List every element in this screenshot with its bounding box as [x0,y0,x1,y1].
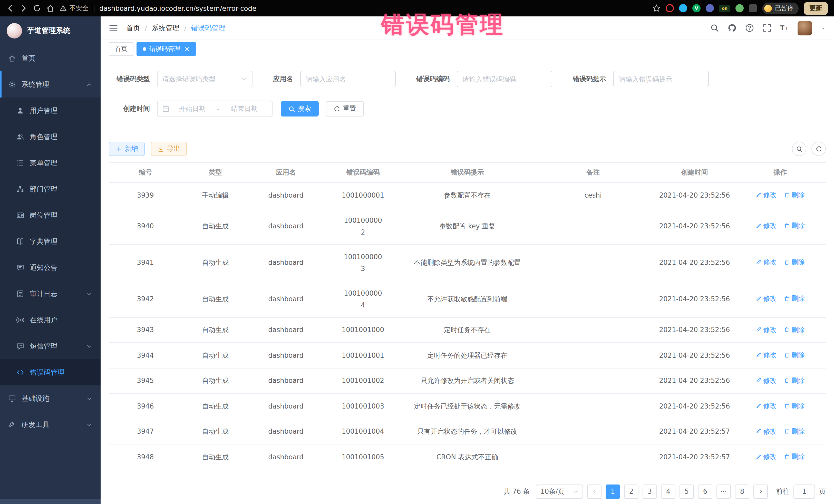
prev-page-button[interactable] [587,484,601,499]
fullscreen-icon[interactable] [763,24,771,32]
pagination-total: 共 76 条 [503,487,530,496]
help-icon[interactable] [745,24,754,32]
sidebar-item-post-mgmt[interactable]: 岗位管理 [0,202,101,228]
browser-home-icon[interactable] [46,4,54,12]
edit-link[interactable]: 修改 [756,374,777,386]
sidebar-item-dict-mgmt[interactable]: 字典管理 [0,228,101,255]
edit-link[interactable]: 修改 [756,256,777,268]
sidebar-item-dept-mgmt[interactable]: 部门管理 [0,176,101,202]
page-ellipsis[interactable]: ··· [717,484,731,499]
sidebar-item-user-mgmt[interactable]: 用户管理 [0,97,101,124]
cell-id: 3942 [109,281,182,317]
sidebar-item-infra[interactable]: 基础设施 [0,386,101,412]
address-bar[interactable]: dashboard.yudao.iocoder.cn/system/error-… [99,4,256,12]
github-icon[interactable] [728,24,737,32]
sidebar-item-online-user[interactable]: 在线用户 [0,307,101,333]
page-button-2[interactable]: 2 [624,484,638,499]
edit-link[interactable]: 修改 [756,425,777,437]
delete-link[interactable]: 删除 [784,189,805,201]
page-button-3[interactable]: 3 [642,484,657,499]
search-button[interactable]: 搜索 [281,101,319,116]
goto-page-input[interactable] [793,484,815,499]
create-time-range-picker[interactable]: 开始日期 - 结束日期 [157,101,272,117]
extension-icon[interactable] [706,4,714,12]
edit-link[interactable]: 修改 [756,451,777,462]
security-indicator[interactable]: 不安全 [60,4,89,13]
edit-link[interactable]: 修改 [756,293,777,305]
paused-badge[interactable]: 已暂停 [762,2,798,14]
caret-down-icon[interactable] [821,25,826,30]
breadcrumb-item-home[interactable]: 首页 [126,23,140,32]
sidebar-item-home[interactable]: 首页 [0,45,101,71]
delete-link[interactable]: 删除 [784,374,805,386]
hamburger-icon[interactable] [109,24,118,32]
sidebar-item-menu-mgmt[interactable]: 菜单管理 [0,150,101,176]
page-button-4[interactable]: 4 [661,484,675,499]
next-page-button[interactable] [753,484,768,499]
sidebar-item-notice[interactable]: 通知公告 [0,255,101,281]
sidebar-item-sms-mgmt[interactable]: 短信管理 [0,333,101,359]
delete-link[interactable]: 删除 [784,400,805,412]
page-button-8[interactable]: 8 [735,484,749,499]
edit-link[interactable]: 修改 [756,189,777,201]
extensions-puzzle-icon[interactable] [749,4,757,12]
column-header: 创建时间 [654,162,735,182]
extension-icon[interactable] [679,4,687,12]
delete-link[interactable]: 删除 [784,349,805,361]
close-icon[interactable]: × [184,45,190,52]
page-button-5[interactable]: 5 [680,484,694,499]
delete-link[interactable]: 删除 [784,425,805,437]
chevron-left-icon [592,489,597,494]
browser-reload-icon[interactable] [33,4,41,12]
export-button[interactable]: 导出 [151,141,187,156]
extension-icon[interactable]: on [719,4,730,12]
reset-button[interactable]: 重置 [326,101,364,116]
page-button-1[interactable]: 1 [606,484,620,499]
sidebar-item-system-mgmt[interactable]: 系统管理 [0,71,101,97]
delete-link[interactable]: 删除 [784,293,805,305]
delete-link[interactable]: 删除 [784,324,805,335]
extension-icon[interactable] [736,4,744,12]
tab-home[interactable]: 首页 [109,42,133,56]
bookmark-star-icon[interactable] [652,4,660,12]
page-button-6[interactable]: 6 [698,484,712,499]
edit-link[interactable]: 修改 [756,349,777,361]
cell-code: 100100000 4 [323,281,403,317]
refresh-table-button[interactable] [811,141,826,156]
sidebar-item-audit-log[interactable]: 审计日志 [0,281,101,307]
app-name-input[interactable] [300,71,396,87]
sidebar-collapse-strip[interactable] [0,499,101,504]
cell-code: 1001001001 [323,343,403,368]
error-type-select[interactable]: 请选择错误码类型 [157,71,253,87]
sidebar-item-dev-tool[interactable]: 研发工具 [0,412,101,438]
delete-link[interactable]: 删除 [784,451,805,462]
sidebar-item-role-mgmt[interactable]: 角色管理 [0,124,101,150]
header-search-icon[interactable] [710,24,719,32]
error-code-input[interactable] [457,71,552,87]
edit-link[interactable]: 修改 [756,220,777,232]
extension-icon[interactable]: V [692,4,701,12]
user-avatar[interactable] [797,21,812,35]
chevron-up-icon [86,81,92,88]
error-tip-input[interactable] [613,71,709,87]
chevron-down-icon [86,343,92,349]
breadcrumb-item-system-mgmt[interactable]: 系统管理 [152,23,179,32]
font-size-icon[interactable]: TT [780,24,789,32]
cell-type: 手动编辑 [182,182,249,208]
delete-link[interactable]: 删除 [784,220,805,232]
browser-forward-icon[interactable] [20,4,28,12]
sidebar-item-error-code-mgmt[interactable]: 错误码管理 [0,359,101,386]
browser-back-icon[interactable] [6,4,14,12]
show-search-button[interactable] [792,141,806,156]
page-size-select[interactable]: 10条/页 [536,484,583,499]
add-button[interactable]: 新增 [109,141,145,156]
sidebar-logo[interactable]: 芋道管理系统 [0,17,101,45]
download-icon [158,146,164,152]
edit-link[interactable]: 修改 [756,324,777,335]
edit-pencil-icon [756,428,762,434]
delete-link[interactable]: 删除 [784,256,805,268]
tab-error-code[interactable]: 错误码管理× [136,42,196,56]
edit-link[interactable]: 修改 [756,400,777,412]
extension-icon[interactable] [666,4,674,12]
browser-update-button[interactable]: 更新 [804,2,828,15]
